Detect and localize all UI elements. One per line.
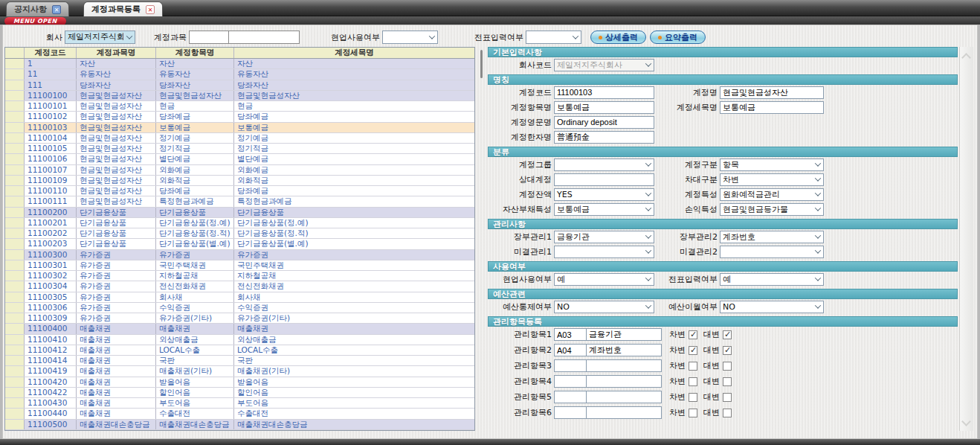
field-select[interactable]: 금융기관 [554,231,654,243]
row-selector-cell[interactable] [5,112,25,121]
table-row[interactable]: 11100422매출채권할인어음할인어음 [5,388,474,398]
table-row[interactable]: 11유동자산유동자산유동자산 [5,69,474,80]
table-row[interactable]: 11100420매출채권받을어음받을어음 [5,377,474,388]
field-text-input[interactable] [554,101,654,114]
scroll-up-icon[interactable] [963,53,970,60]
row-selector-cell[interactable] [5,303,25,313]
row-selector-cell[interactable] [5,377,25,387]
table-row[interactable]: 11100100현금및현금성자산현금및현금성자산현금및현금성자산 [5,91,474,101]
table-row[interactable]: 11100400매출채권매출채권매출채권 [5,324,474,334]
management-item-code-input[interactable] [554,328,587,341]
row-selector-cell[interactable] [5,218,25,228]
row-selector-cell[interactable] [5,154,25,164]
management-item-code-input[interactable] [554,375,587,388]
table-row[interactable]: 11100107현금및현금성자산외화예금외화예금 [5,165,474,176]
summary-print-button[interactable]: 요약출력 [650,31,706,44]
table-row[interactable]: 1자산자산자산 [5,59,474,69]
row-selector-cell[interactable] [5,228,25,238]
management-item-code-input[interactable] [554,391,587,403]
field-select[interactable]: 보통예금 [554,203,654,216]
management-item-code-input[interactable] [554,359,587,372]
detail-print-button[interactable]: 상세출력 [590,31,646,44]
row-selector-cell[interactable] [5,324,25,333]
row-selector-cell[interactable] [5,335,25,345]
tab-notice[interactable]: 공지사항 ✕ [6,1,69,16]
field-text-input[interactable] [554,131,654,144]
table-row[interactable]: 11100301유가증권국민주택채권국민주택채권 [5,260,474,271]
table-row[interactable]: 11100104현금및현금성자산정기예금정기예금 [5,133,474,144]
field-select[interactable]: NO [720,301,824,313]
table-row[interactable]: 11100105현금및현금성자산정기적금정기적금 [5,144,474,154]
row-selector-cell[interactable] [5,281,25,291]
company-select[interactable]: 제일저지주식회사 [65,31,135,44]
table-row[interactable]: 11100300유가증권유가증권유가증권 [5,250,474,260]
field-use-select[interactable] [382,31,438,44]
row-selector-cell[interactable] [5,292,25,302]
tab-close-icon[interactable]: ✕ [52,5,61,14]
credit-checkbox[interactable] [723,330,732,339]
table-row[interactable]: 11100410매출채권외상매출금외상매출금 [5,335,474,345]
tab-account-registration[interactable]: 계정과목등록 ✕ [83,1,163,16]
field-select[interactable]: 제일저지주식회사 [554,59,654,71]
credit-checkbox[interactable] [723,393,732,402]
field-select[interactable]: 항목 [720,159,824,171]
table-row[interactable]: 11100106현금및현금성자산별단예금별단예금 [5,154,474,164]
row-selector-cell[interactable] [5,123,25,132]
row-selector-cell[interactable] [5,313,25,323]
panel-scrollbar[interactable] [959,47,973,431]
table-row[interactable]: 11100302유가증권지하철공채지하철공채 [5,271,474,281]
row-selector-cell[interactable] [5,186,25,196]
account-code-input[interactable] [189,31,229,44]
table-row[interactable]: 11100101현금및현금성자산현금현금 [5,101,474,112]
table-row[interactable]: 11100419매출채권매출채권(기타)매출채권(기타) [5,366,474,377]
table-row[interactable]: 11100412매출채권LOCAL수출LOCAL수출 [5,345,474,356]
debit-checkbox[interactable] [689,377,697,386]
field-text-input[interactable] [554,86,654,99]
row-selector-cell[interactable] [5,388,25,397]
field-select[interactable]: 계좌번호 [720,231,824,243]
row-selector-cell[interactable] [5,356,25,365]
row-selector-cell[interactable] [5,165,25,175]
management-item-name-input[interactable] [586,391,662,403]
field-select[interactable]: 예 [720,273,824,286]
table-row[interactable]: 11100109현금및현금성자산외화적금외화적금 [5,176,474,186]
table-row[interactable]: 11100414매출채권국판국판 [5,356,474,366]
row-selector-cell[interactable] [5,208,25,217]
management-item-name-input[interactable] [586,406,662,419]
debit-checkbox[interactable] [689,362,697,371]
field-select[interactable]: 예 [554,273,654,286]
row-selector-cell[interactable] [5,80,25,90]
table-row[interactable]: 11100200단기금융상품단기금융상품단기금융상품 [5,208,474,218]
management-item-code-input[interactable] [554,406,587,419]
credit-checkbox[interactable] [723,377,732,386]
field-select[interactable]: NO [554,301,654,313]
field-select[interactable] [554,159,654,171]
field-select[interactable]: 현금및현금등가물 [720,203,824,216]
debit-checkbox[interactable] [689,393,697,402]
table-row[interactable]: 11100203단기금융상품단기금융상품(별.예)단기금융상품(별.예) [5,239,474,249]
row-selector-cell[interactable] [5,366,25,376]
table-row[interactable]: 11100102현금및현금성자산당좌예금당좌예금 [5,112,474,122]
row-selector-cell[interactable] [5,398,25,408]
tab-close-icon[interactable]: ✕ [146,5,155,14]
debit-checkbox[interactable] [689,409,697,417]
field-text-input[interactable] [720,101,824,114]
row-selector-cell[interactable] [5,271,25,281]
table-row[interactable]: 11100309유가증권유가증권(기타)유가증권(기타) [5,313,474,324]
management-item-code-input[interactable] [554,344,587,356]
row-selector-cell[interactable] [5,101,25,111]
management-item-name-input[interactable] [586,359,662,372]
row-selector-cell[interactable] [5,409,25,418]
table-row[interactable]: 11100103현금및현금성자산보통예금보통예금 [5,123,474,133]
row-selector-cell[interactable] [5,239,25,249]
field-text-input[interactable] [554,116,654,129]
table-row[interactable]: 11100304유가증권전신전화채권전신전화채권 [5,281,474,292]
row-selector-cell[interactable] [5,59,25,68]
row-selector-cell[interactable] [5,91,25,100]
field-text-input[interactable] [720,86,824,99]
field-select[interactable] [554,246,654,258]
management-item-name-input[interactable] [586,375,662,388]
row-selector-cell[interactable] [5,345,25,355]
row-selector-cell[interactable] [5,260,25,270]
table-row[interactable]: 11100111현금및현금성자산특정현금과예금특정현금과예금 [5,196,474,207]
